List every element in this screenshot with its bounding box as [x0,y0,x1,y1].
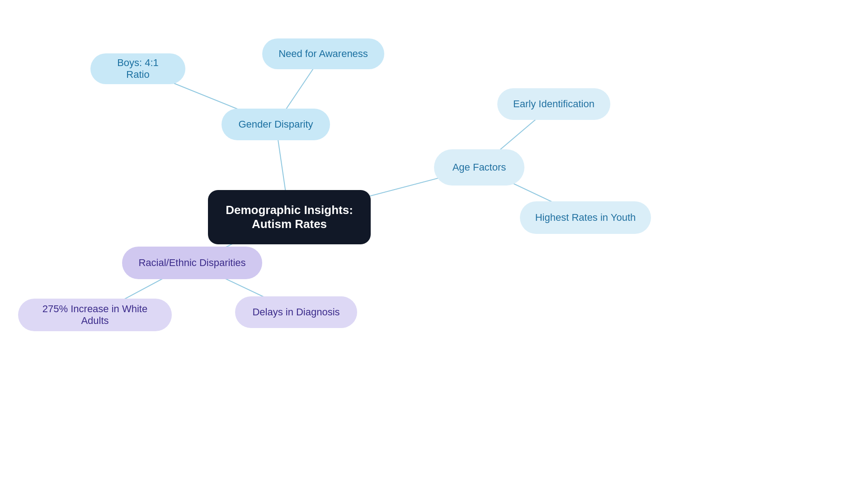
boys-ratio-node: Boys: 4:1 Ratio [90,53,185,84]
white-adults-node: 275% Increase in White Adults [18,299,172,331]
need-awareness-node: Need for Awareness [262,38,384,69]
age-factors-label: Age Factors [453,162,506,173]
early-identification-node: Early Identification [497,88,610,120]
delays-diagnosis-label: Delays in Diagnosis [252,306,340,318]
boys-ratio-label: Boys: 4:1 Ratio [105,57,171,81]
white-adults-label: 275% Increase in White Adults [33,303,157,327]
need-awareness-label: Need for Awareness [278,48,368,60]
center-node-label: Demographic Insights: Autism Rates [222,203,357,231]
racial-disparities-label: Racial/Ethnic Disparities [138,257,245,269]
age-factors-node: Age Factors [434,149,524,186]
highest-rates-node: Highest Rates in Youth [520,201,651,234]
highest-rates-label: Highest Rates in Youth [535,212,636,224]
gender-disparity-node: Gender Disparity [222,109,330,140]
early-identification-label: Early Identification [513,98,594,110]
gender-disparity-label: Gender Disparity [238,119,313,130]
racial-disparities-node: Racial/Ethnic Disparities [122,247,262,279]
center-node: Demographic Insights: Autism Rates [208,190,371,244]
delays-diagnosis-node: Delays in Diagnosis [235,296,357,328]
